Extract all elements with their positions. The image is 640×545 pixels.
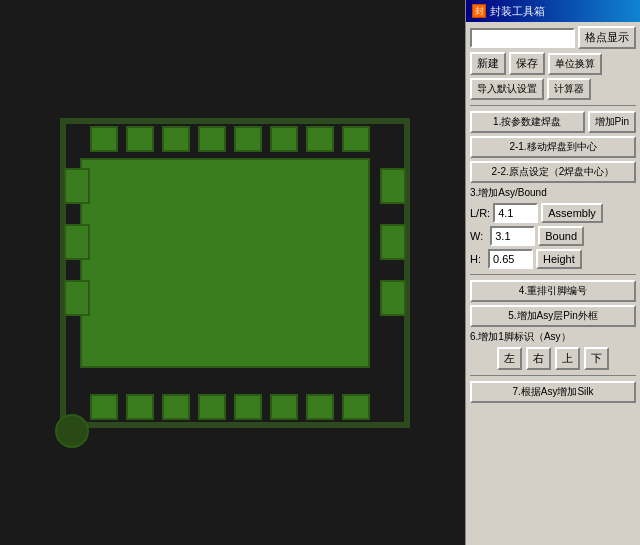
h-label: H:: [470, 253, 481, 265]
pad-top-2: [126, 126, 154, 152]
step1-button[interactable]: 1.按参数建焊盘: [470, 111, 585, 133]
row-step1: 1.按参数建焊盘 增加Pin: [470, 111, 636, 133]
step2-1-button[interactable]: 2-1.移动焊盘到中心: [470, 136, 636, 158]
pad-top-7: [306, 126, 334, 152]
pad-bottom-6: [270, 394, 298, 420]
panel-titlebar: 封 封装工具箱: [466, 0, 640, 22]
pad-top-6: [270, 126, 298, 152]
pad-bottom-5: [234, 394, 262, 420]
pad-top-3: [162, 126, 190, 152]
up-button[interactable]: 上: [555, 347, 580, 370]
row-lr: L/R: Assembly: [470, 203, 636, 223]
pad-bottom-4: [198, 394, 226, 420]
w-input[interactable]: [490, 226, 535, 246]
separator-2: [470, 274, 636, 275]
pad-top-1: [90, 126, 118, 152]
bound-button[interactable]: Bound: [538, 226, 584, 246]
pad-left-1: [64, 168, 90, 204]
right-button[interactable]: 右: [526, 347, 551, 370]
down-button[interactable]: 下: [584, 347, 609, 370]
pad-right-1: [380, 168, 406, 204]
calculator-button[interactable]: 计算器: [547, 78, 591, 100]
pads-bottom: [90, 394, 370, 420]
tool-panel: 封 封装工具箱 格点显示 新建 保存 单位换算 导入默认设置 计算器 1.按参数…: [465, 0, 640, 545]
pcb-inner-body: [80, 158, 370, 368]
panel-icon: 封: [472, 4, 486, 18]
row-import-calc: 导入默认设置 计算器: [470, 78, 636, 100]
pad-bottom-8: [342, 394, 370, 420]
separator-3: [470, 375, 636, 376]
pad-top-8: [342, 126, 370, 152]
step5-button[interactable]: 5.增加Asy层Pin外框: [470, 305, 636, 327]
row-grid: 格点显示: [470, 26, 636, 49]
pad-bottom-2: [126, 394, 154, 420]
w-label: W:: [470, 230, 483, 242]
lr-input[interactable]: [493, 203, 538, 223]
step3-label: 3.增加Asy/Bound: [470, 186, 547, 200]
add-pin-button[interactable]: 增加Pin: [588, 111, 636, 133]
row-w: W: Bound: [470, 226, 636, 246]
assembly-button[interactable]: Assembly: [541, 203, 603, 223]
pcb-component: [50, 108, 420, 438]
pad-left-2: [64, 224, 90, 260]
panel-title: 封装工具箱: [490, 4, 545, 19]
row-new-save: 新建 保存 单位换算: [470, 52, 636, 75]
pad-left-3: [64, 280, 90, 316]
import-defaults-button[interactable]: 导入默认设置: [470, 78, 544, 100]
step4-button[interactable]: 4.重排引脚编号: [470, 280, 636, 302]
pad-bottom-7: [306, 394, 334, 420]
save-button[interactable]: 保存: [509, 52, 545, 75]
pad-bottom-1: [90, 394, 118, 420]
step6-label: 6.增加1脚标识（Asy）: [470, 330, 571, 344]
pcb-canvas: [0, 0, 470, 545]
height-button[interactable]: Height: [536, 249, 582, 269]
pads-right: [380, 168, 406, 316]
pad-top-4: [198, 126, 226, 152]
row-h: H: Height: [470, 249, 636, 269]
new-button[interactable]: 新建: [470, 52, 506, 75]
unit-calc-button[interactable]: 单位换算: [548, 53, 602, 75]
lr-label: L/R:: [470, 207, 490, 219]
pad-bottom-3: [162, 394, 190, 420]
panel-body: 格点显示 新建 保存 单位换算 导入默认设置 计算器 1.按参数建焊盘 增加Pi…: [466, 22, 640, 545]
pad-right-2: [380, 224, 406, 260]
step7-button[interactable]: 7.根据Asy增加Silk: [470, 381, 636, 403]
row-directions: 左 右 上 下: [470, 347, 636, 370]
pads-top: [90, 126, 370, 152]
step2-2-button[interactable]: 2-2.原点设定（2焊盘中心）: [470, 161, 636, 183]
pad-top-5: [234, 126, 262, 152]
pads-left: [64, 168, 90, 316]
h-input[interactable]: [488, 249, 533, 269]
row-step3-label: 3.增加Asy/Bound: [470, 186, 636, 200]
pad-right-3: [380, 280, 406, 316]
row-step6-label: 6.增加1脚标识（Asy）: [470, 330, 636, 344]
pin1-marker: [55, 414, 89, 448]
left-button[interactable]: 左: [497, 347, 522, 370]
grid-display-button[interactable]: 格点显示: [578, 26, 636, 49]
separator-1: [470, 105, 636, 106]
